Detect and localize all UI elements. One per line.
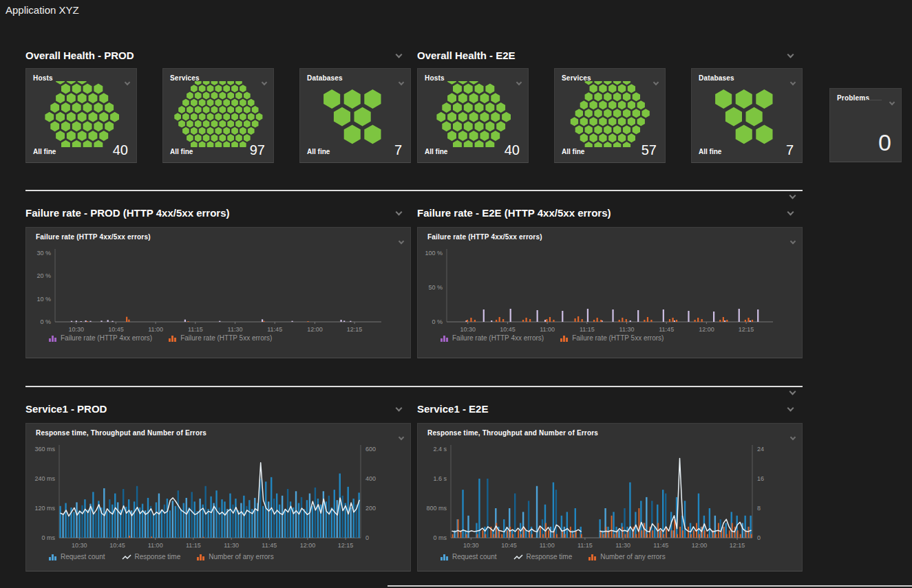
svg-text:50 %: 50 % [428,284,443,291]
dashboard: Application XYZ Overall Health - PROD Ov… [0,0,912,588]
svg-text:11:45: 11:45 [267,326,282,333]
svg-text:11:00: 11:00 [148,542,163,549]
svg-text:11:30: 11:30 [619,326,635,333]
svg-text:11:45: 11:45 [653,542,668,549]
section-title-failure-e2e: Failure rate - E2E (HTTP 4xx/5xx errors) [417,207,803,221]
svg-text:10:30: 10:30 [72,542,87,549]
svg-text:0: 0 [365,534,369,541]
svg-text:11:30: 11:30 [224,542,239,549]
svg-text:200: 200 [365,505,376,512]
svg-text:11:15: 11:15 [186,542,201,549]
tile-services-prod[interactable]: Services All fine 97 [162,68,274,163]
svg-text:240 ms: 240 ms [34,475,55,482]
chevron-down-icon[interactable] [787,209,794,216]
svg-text:120 ms: 120 ms [34,505,55,512]
legend-item-4xx[interactable]: Failure rate (HTTP 4xx errors) [441,334,544,342]
svg-text:11:30: 11:30 [615,542,630,549]
honeycomb-hosts-prod [26,81,136,147]
chart-tile-failure-e2e[interactable]: Failure rate (HTTP 4xx/5xx errors) 0 %50… [417,227,803,358]
tile-databases-e2e[interactable]: Databases All fine 7 [691,68,803,163]
count-value: 57 [641,142,657,158]
svg-text:10:30: 10:30 [460,326,476,333]
svg-text:360 ms: 360 ms [34,446,55,453]
svg-text:10:45: 10:45 [500,326,516,333]
tile-databases-prod[interactable]: Databases All fine 7 [299,68,411,163]
section-title-service1-e2e: Service1 - E2E [417,403,803,417]
count-value: 40 [113,142,128,158]
svg-text:10:45: 10:45 [109,542,125,549]
chevron-down-icon[interactable] [789,193,796,199]
svg-text:800 ms: 800 ms [426,505,447,512]
svg-text:12:15: 12:15 [338,542,354,549]
svg-text:10:30: 10:30 [68,326,84,333]
svg-text:0 %: 0 % [40,318,51,325]
section-title-overall-health-prod: Overall Health - PROD [25,50,411,63]
svg-text:11:15: 11:15 [577,542,593,549]
chevron-down-icon[interactable] [890,95,894,107]
svg-text:11:00: 11:00 [540,542,555,549]
svg-text:12:15: 12:15 [347,326,363,333]
page-title: Application XYZ [6,4,79,16]
legend-item-request-count[interactable]: Request count [441,553,497,560]
svg-text:0 ms: 0 ms [433,534,447,541]
chart-legend: Request count Response time Number of an… [49,553,274,560]
svg-text:100 %: 100 % [425,250,443,257]
chevron-down-icon[interactable] [789,389,796,395]
svg-text:11:45: 11:45 [659,326,674,333]
legend-item-request-count[interactable]: Request count [49,553,105,560]
svg-text:11:15: 11:15 [188,326,203,333]
honeycomb-databases-prod [300,81,410,147]
chevron-down-icon[interactable] [396,209,403,216]
service-chart-e2e: 0 ms800 ms1.6 s2.4 s08162410:3010:4511:0… [418,424,803,572]
tile-hosts-prod[interactable]: Hosts All fine 40 [25,68,137,163]
chart-legend: Failure rate (HTTP 4xx errors) Failure r… [49,334,272,342]
status-text: All fine [33,148,56,155]
svg-text:10:30: 10:30 [463,542,479,549]
problems-count: 0 [878,129,891,156]
svg-text:12:15: 12:15 [730,542,745,549]
chevron-down-icon[interactable] [396,405,403,412]
chart-tile-service1-e2e[interactable]: Response time, Throughput and Number of … [417,423,803,571]
legend-item-4xx[interactable]: Failure rate (HTTP 4xx errors) [49,334,152,342]
svg-text:20 %: 20 % [36,272,51,279]
status-text: All fine [562,148,584,155]
count-value: 7 [786,142,794,158]
tile-services-e2e[interactable]: Services All fine 57 [554,68,666,163]
svg-text:16: 16 [757,475,764,482]
svg-text:10 %: 10 % [36,296,51,303]
honeycomb-hosts-e2e [418,81,528,147]
legend-item-errors[interactable]: Number of any errors [197,553,273,560]
legend-item-response-time[interactable]: Response time [513,553,573,560]
svg-text:8: 8 [757,505,761,512]
section-title-overall-health-e2e: Overall Health - E2E [417,50,803,63]
chart-tile-failure-prod[interactable]: Failure rate (HTTP 4xx/5xx errors) 0 %10… [25,227,411,358]
svg-text:24: 24 [757,446,764,453]
chart-tile-service1-prod[interactable]: Response time, Throughput and Number of … [25,423,411,571]
svg-text:1.6 s: 1.6 s [433,475,447,482]
chevron-down-icon[interactable] [396,52,403,58]
svg-text:12:00: 12:00 [307,326,323,333]
tile-problems[interactable]: Problems 0 [829,88,902,162]
legend-item-5xx[interactable]: Failure rate (HTTP 5xx errors) [169,334,272,342]
svg-text:10:45: 10:45 [108,326,124,333]
svg-text:2.4 s: 2.4 s [433,446,447,453]
chevron-down-icon[interactable] [787,52,794,58]
honeycomb-services-prod [163,81,273,147]
svg-text:600: 600 [365,446,376,453]
svg-text:0: 0 [757,534,761,541]
service-chart-prod: 0 ms120 ms240 ms360 ms020040060010:3010:… [26,424,412,572]
count-value: 7 [394,142,402,158]
chart-legend: Failure rate (HTTP 4xx errors) Failure r… [441,334,664,342]
legend-item-response-time[interactable]: Response time [122,553,181,560]
honeycomb-services-e2e [555,81,665,147]
svg-text:0 %: 0 % [432,318,443,325]
chevron-down-icon[interactable] [787,405,794,412]
status-text: All fine [425,148,447,155]
tile-hosts-e2e[interactable]: Hosts All fine 40 [417,68,529,163]
svg-text:10:45: 10:45 [501,542,517,549]
legend-item-errors[interactable]: Number of any errors [588,553,665,560]
legend-item-5xx[interactable]: Failure rate (HTTP 5xx errors) [560,334,664,342]
status-text: All fine [307,148,330,155]
chart-legend: Request count Response time Number of an… [441,553,666,560]
svg-text:12:15: 12:15 [739,326,754,333]
